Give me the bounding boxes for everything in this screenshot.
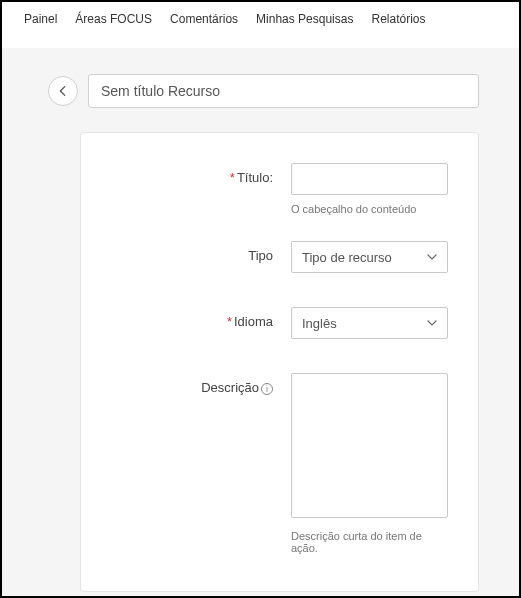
nav-comentarios[interactable]: Comentários bbox=[170, 12, 238, 26]
label-titulo: *Título: bbox=[111, 163, 291, 195]
tipo-select[interactable]: Tipo de recurso bbox=[291, 241, 448, 273]
row-idioma: *Idioma Inglês bbox=[111, 307, 448, 339]
hint-descricao: Descrição curta do item de ação. bbox=[291, 530, 448, 554]
tipo-selected-value: Tipo de recurso bbox=[302, 250, 392, 265]
hint-titulo: O cabeçalho do conteúdo bbox=[291, 203, 448, 215]
title-row bbox=[2, 74, 519, 108]
info-icon[interactable]: i bbox=[261, 383, 273, 395]
chevron-down-icon bbox=[427, 318, 437, 328]
row-titulo: *Título: bbox=[111, 163, 448, 195]
required-marker: * bbox=[230, 170, 235, 185]
resource-title-input[interactable] bbox=[88, 74, 479, 108]
nav-minhas-pesquisas[interactable]: Minhas Pesquisas bbox=[256, 12, 353, 26]
nav-painel[interactable]: Painel bbox=[24, 12, 57, 26]
workspace: *Título: O cabeçalho do conteúdo Tipo Ti… bbox=[2, 48, 519, 598]
label-idioma: *Idioma bbox=[111, 307, 291, 339]
nav-relatorios[interactable]: Relatórios bbox=[371, 12, 425, 26]
label-tipo: Tipo bbox=[111, 241, 291, 273]
row-descricao: Descriçãoi bbox=[111, 373, 448, 522]
chevron-down-icon bbox=[427, 252, 437, 262]
arrow-left-icon bbox=[56, 84, 70, 98]
form-card: *Título: O cabeçalho do conteúdo Tipo Ti… bbox=[80, 132, 479, 592]
nav-areas-focus[interactable]: Áreas FOCUS bbox=[75, 12, 152, 26]
titulo-input[interactable] bbox=[291, 163, 448, 195]
label-descricao: Descriçãoi bbox=[111, 373, 291, 522]
descricao-textarea[interactable] bbox=[291, 373, 448, 518]
row-tipo: Tipo Tipo de recurso bbox=[111, 241, 448, 273]
required-marker: * bbox=[227, 314, 232, 329]
idioma-select[interactable]: Inglês bbox=[291, 307, 448, 339]
back-button[interactable] bbox=[48, 76, 78, 106]
top-nav: Painel Áreas FOCUS Comentários Minhas Pe… bbox=[2, 2, 519, 48]
idioma-selected-value: Inglês bbox=[302, 316, 337, 331]
